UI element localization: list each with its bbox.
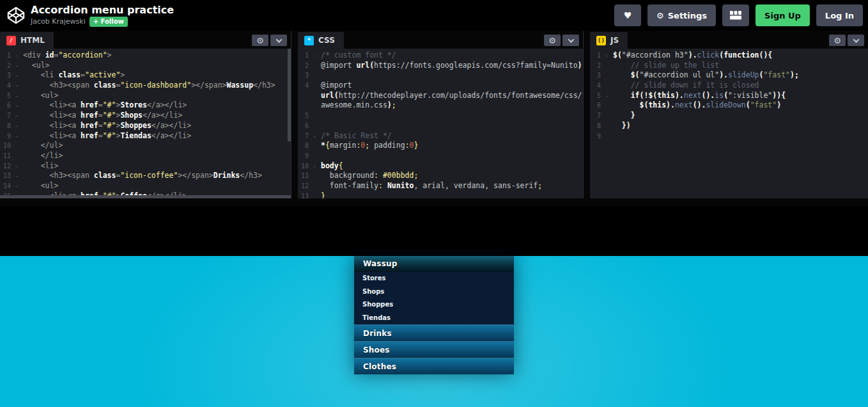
code-text: <li> <box>23 161 58 172</box>
line-number: 5 - <box>0 91 23 101</box>
css-collapse-button[interactable] <box>562 35 579 46</box>
line-number: 7 - <box>298 131 321 141</box>
code-text: </ul> <box>23 141 63 151</box>
settings-button[interactable]: ⚙ Settings <box>647 4 716 26</box>
line-number <box>298 100 321 111</box>
js-collapse-button[interactable] <box>848 35 864 46</box>
line-number: 6 <box>590 100 613 111</box>
code-text: /* Basic Rest */ <box>321 131 392 141</box>
line-number <box>298 91 321 101</box>
code-line: 1 -$("#accordion h3").click(function(){ <box>590 51 868 61</box>
chevron-down-icon <box>853 36 859 43</box>
code-line: 9 <box>590 131 868 141</box>
css-tab-label: CSS <box>318 36 335 45</box>
accordion-item[interactable]: Stores <box>354 272 514 285</box>
tab-html[interactable]: / HTML <box>0 32 54 49</box>
pen-author[interactable]: Jacob Krajewski <box>31 17 86 26</box>
code-line: 6 $(this).next().slideDown("fast") <box>590 100 868 111</box>
code-line: 5 - <ul> <box>0 91 291 101</box>
css-settings-button[interactable]: ⚙ <box>544 35 561 46</box>
editor-row: / HTML ⚙ 1 -<div id="accordion">2 - <ul>… <box>0 31 868 198</box>
accordion-item[interactable]: Tiendas <box>354 312 514 325</box>
code-text: } <box>321 191 325 198</box>
code-text: url(http://thecodeplayer.com/uploads/fon… <box>321 91 583 101</box>
code-line: url(http://thecodeplayer.com/uploads/fon… <box>298 91 583 101</box>
codepen-logo-icon[interactable] <box>6 6 26 25</box>
html-horizontal-scrollbar[interactable] <box>0 195 291 198</box>
code-text: <ul> <box>23 181 58 191</box>
code-text: background: #00bbdd; <box>321 171 418 181</box>
js-settings-button[interactable]: ⚙ <box>829 35 846 46</box>
line-number: 4 - <box>0 81 23 91</box>
code-line: 4 // slide down if it is closed <box>590 81 868 91</box>
code-line: 9 <box>298 151 583 161</box>
line-number: 12 - <box>0 161 23 172</box>
panel-resizer[interactable] <box>291 31 298 198</box>
like-button[interactable]: ♥ <box>614 4 641 26</box>
code-line: 2 - <ul> <box>0 61 291 71</box>
line-number: 9 - <box>0 131 23 141</box>
line-number: 4 <box>298 81 321 91</box>
line-number: 8 - <box>0 121 23 131</box>
html-vertical-scrollbar[interactable] <box>288 49 291 141</box>
line-number: 7 - <box>0 111 23 121</box>
code-line: 12 - <li> <box>0 161 291 172</box>
html-settings-button[interactable]: ⚙ <box>252 35 268 46</box>
code-line: 10 </ul> <box>0 141 291 151</box>
code-text: <ul> <box>23 61 50 71</box>
accordion-item[interactable]: Shops <box>354 285 514 299</box>
accordion-header[interactable]: Shoes <box>354 341 514 358</box>
accordion-header[interactable]: Drinks <box>354 324 514 341</box>
accordion-submenu: StoresShopsShoppesTiendas <box>354 272 514 324</box>
tab-js[interactable]: () JS <box>590 32 628 49</box>
change-view-button[interactable] <box>722 4 749 26</box>
line-number: 2 <box>590 61 613 71</box>
code-line: 7 -/* Basic Rest */ <box>298 131 583 141</box>
line-number: 1 - <box>0 51 23 61</box>
code-text: } <box>613 111 635 121</box>
panel-resizer[interactable] <box>583 31 590 198</box>
code-line: 7 - <li><a href="#">Shops</a></li> <box>0 111 291 121</box>
line-number: 14 - <box>0 181 23 191</box>
code-line: 3 <box>298 70 583 81</box>
line-number: 1 - <box>298 51 321 61</box>
line-number: 5 <box>298 111 321 121</box>
accordion-header[interactable]: Wassup <box>354 256 514 272</box>
code-line: 14 - <ul> <box>0 181 291 191</box>
html-collapse-button[interactable] <box>270 35 287 46</box>
code-text: <ul> <box>23 91 58 101</box>
js-tab-icon: () <box>596 36 606 45</box>
html-code-editor[interactable]: 1 -<div id="accordion">2 - <ul>3 - <li c… <box>0 49 291 198</box>
accordion-header[interactable]: Clothes <box>354 358 514 374</box>
code-text: // slide down if it is closed <box>613 81 759 91</box>
js-tabbar: () JS ⚙ <box>590 31 868 49</box>
sign-up-button[interactable]: Sign Up <box>756 4 810 26</box>
code-line: 6 - <li><a href="#">Stores</a></li> <box>0 100 291 111</box>
code-text: <li><a href="#">Shops</a></li> <box>23 111 182 121</box>
line-number: 11 <box>298 171 321 181</box>
code-text: </li> <box>23 151 63 161</box>
css-code-editor[interactable]: 1 -/* custom font */2 @import url(https:… <box>298 49 583 198</box>
line-number: 13 - <box>0 171 23 181</box>
code-line: awesome.min.css); <box>298 100 583 111</box>
code-line: 4 @import <box>298 81 583 91</box>
heart-icon: ♥ <box>624 11 632 20</box>
chevron-down-icon <box>275 36 282 43</box>
code-text: <li><a href="#">Stores</a></li> <box>23 100 187 111</box>
code-text: @import url(https://fonts.googleapis.com… <box>321 61 583 71</box>
js-tab-label: JS <box>610 36 619 45</box>
accordion-item[interactable]: Shoppes <box>354 298 514 312</box>
js-code-editor[interactable]: 1 -$("#accordion h3").click(function(){2… <box>590 49 868 198</box>
code-line: 4 - <h3><span class="icon-dashboard"></s… <box>0 81 291 91</box>
accordion-menu: WassupStoresShopsShoppesTiendasDrinksSho… <box>354 256 514 374</box>
code-line: 2 @import url(https://fonts.googleapis.c… <box>298 61 583 71</box>
line-number: 6 - <box>0 100 23 111</box>
tab-css[interactable]: * CSS <box>298 32 344 49</box>
log-in-button[interactable]: Log In <box>816 4 863 26</box>
code-text: /* custom font */ <box>321 51 396 61</box>
line-number: 5 - <box>590 91 613 101</box>
code-text: }) <box>613 121 631 131</box>
js-panel: () JS ⚙ 1 -$("#accordion h3").click(func… <box>590 31 868 198</box>
line-number: 6 <box>298 121 321 131</box>
follow-button[interactable]: + Follow <box>89 17 128 27</box>
